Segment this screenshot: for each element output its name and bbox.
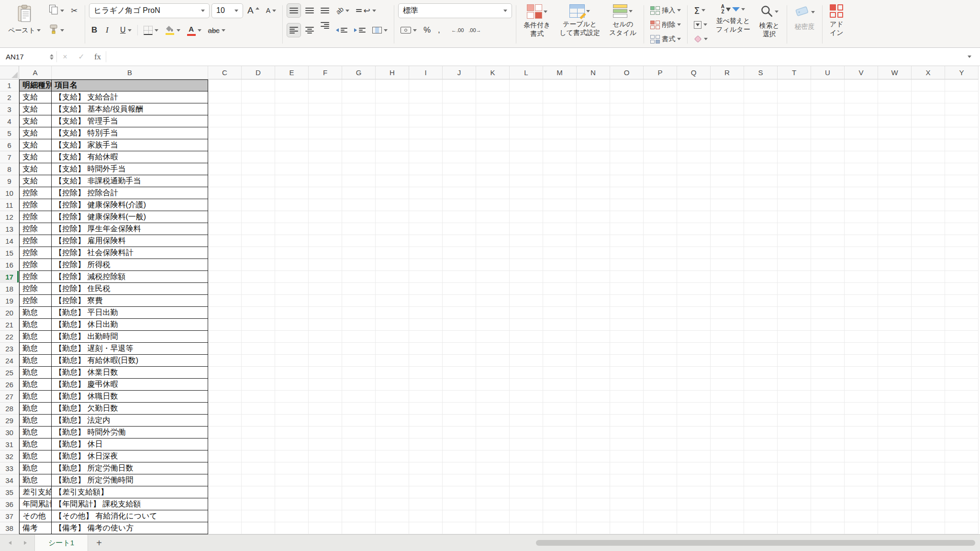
cell-I31[interactable] — [409, 439, 443, 450]
cell-P32[interactable] — [644, 450, 677, 462]
cell-G34[interactable] — [342, 474, 376, 486]
cell-Y16[interactable] — [945, 259, 979, 271]
cell-G3[interactable] — [342, 103, 376, 115]
cell-O7[interactable] — [610, 151, 644, 163]
row-header-23[interactable]: 23 — [0, 343, 19, 355]
cell-S22[interactable] — [744, 331, 778, 343]
cell-X13[interactable] — [912, 223, 945, 235]
cell-B17[interactable]: 【控除】 減税控除額 — [52, 271, 208, 283]
cell-B14[interactable]: 【控除】 雇用保険料 — [52, 235, 208, 247]
cell-M26[interactable] — [543, 379, 577, 391]
cell-P14[interactable] — [644, 235, 677, 247]
percent-style-button[interactable]: % — [421, 23, 434, 37]
cell-X1[interactable] — [912, 79, 945, 91]
column-header-U[interactable]: U — [811, 66, 845, 79]
cell-V36[interactable] — [845, 498, 878, 510]
cell-T18[interactable] — [778, 283, 811, 295]
cell-D26[interactable] — [242, 379, 275, 391]
cell-Q4[interactable] — [677, 115, 711, 127]
cell-E21[interactable] — [275, 319, 309, 331]
cell-B15[interactable]: 【控除】 社会保険料計 — [52, 247, 208, 259]
row-header-2[interactable]: 2 — [0, 91, 19, 103]
autosum-button[interactable]: Σ — [691, 3, 710, 17]
cell-E31[interactable] — [275, 439, 309, 450]
cell-V25[interactable] — [845, 367, 878, 379]
cell-H10[interactable] — [376, 187, 409, 199]
cell-T32[interactable] — [778, 450, 811, 462]
cell-F33[interactable] — [309, 462, 342, 474]
cell-T15[interactable] — [778, 247, 811, 259]
cell-F26[interactable] — [309, 379, 342, 391]
cell-S6[interactable] — [744, 139, 778, 151]
cell-F8[interactable] — [309, 163, 342, 175]
cell-Y23[interactable] — [945, 343, 979, 355]
cell-R8[interactable] — [711, 163, 744, 175]
cell-S23[interactable] — [744, 343, 778, 355]
cell-B10[interactable]: 【控除】 控除合計 — [52, 187, 208, 199]
cell-V28[interactable] — [845, 403, 878, 415]
cell-R17[interactable] — [711, 271, 744, 283]
cell-F1[interactable] — [309, 79, 342, 91]
cell-R3[interactable] — [711, 103, 744, 115]
cell-Y20[interactable] — [945, 307, 979, 319]
cell-X8[interactable] — [912, 163, 945, 175]
cell-V10[interactable] — [845, 187, 878, 199]
cell-G1[interactable] — [342, 79, 376, 91]
cell-K20[interactable] — [476, 307, 510, 319]
cell-J27[interactable] — [443, 391, 476, 403]
cell-B19[interactable]: 【控除】 寮費 — [52, 295, 208, 307]
cell-K26[interactable] — [476, 379, 510, 391]
cell-T9[interactable] — [778, 175, 811, 187]
cell-I7[interactable] — [409, 151, 443, 163]
cell-Q14[interactable] — [677, 235, 711, 247]
cell-P28[interactable] — [644, 403, 677, 415]
cell-P5[interactable] — [644, 127, 677, 139]
cell-A11[interactable]: 控除 — [19, 199, 52, 211]
cell-N36[interactable] — [577, 498, 610, 510]
cell-W34[interactable] — [878, 474, 912, 486]
cell-Y29[interactable] — [945, 415, 979, 427]
cell-A34[interactable]: 勤怠 — [19, 474, 52, 486]
cell-S27[interactable] — [744, 391, 778, 403]
cell-L13[interactable] — [510, 223, 543, 235]
cell-E6[interactable] — [275, 139, 309, 151]
cell-L25[interactable] — [510, 367, 543, 379]
cell-C29[interactable] — [208, 415, 242, 427]
cell-C5[interactable] — [208, 127, 242, 139]
cell-U15[interactable] — [811, 247, 845, 259]
paste-button[interactable]: ペースト — [5, 2, 44, 46]
cell-Y15[interactable] — [945, 247, 979, 259]
cell-P12[interactable] — [644, 211, 677, 223]
cell-T35[interactable] — [778, 486, 811, 498]
cell-L35[interactable] — [510, 486, 543, 498]
cell-V26[interactable] — [845, 379, 878, 391]
cell-A17[interactable]: 控除 — [19, 271, 52, 283]
cell-L6[interactable] — [510, 139, 543, 151]
cell-V33[interactable] — [845, 462, 878, 474]
cell-Q7[interactable] — [677, 151, 711, 163]
orientation-button[interactable]: ab — [334, 3, 352, 18]
cell-F9[interactable] — [309, 175, 342, 187]
cell-B18[interactable]: 【控除】 住民税 — [52, 283, 208, 295]
cell-E29[interactable] — [275, 415, 309, 427]
cell-G2[interactable] — [342, 91, 376, 103]
cell-S17[interactable] — [744, 271, 778, 283]
cell-W17[interactable] — [878, 271, 912, 283]
next-sheet-button[interactable] — [19, 535, 32, 551]
cell-S36[interactable] — [744, 498, 778, 510]
cell-L32[interactable] — [510, 450, 543, 462]
cell-B25[interactable]: 【勤怠】 休業日数 — [52, 367, 208, 379]
cell-J13[interactable] — [443, 223, 476, 235]
cell-P22[interactable] — [644, 331, 677, 343]
cell-W25[interactable] — [878, 367, 912, 379]
cell-F19[interactable] — [309, 295, 342, 307]
cell-P8[interactable] — [644, 163, 677, 175]
cell-B9[interactable]: 【支給】 非課税通勤手当 — [52, 175, 208, 187]
cell-I37[interactable] — [409, 510, 443, 522]
cell-K21[interactable] — [476, 319, 510, 331]
cell-G20[interactable] — [342, 307, 376, 319]
cell-H35[interactable] — [376, 486, 409, 498]
cell-I15[interactable] — [409, 247, 443, 259]
cell-D30[interactable] — [242, 427, 275, 439]
cell-K12[interactable] — [476, 211, 510, 223]
